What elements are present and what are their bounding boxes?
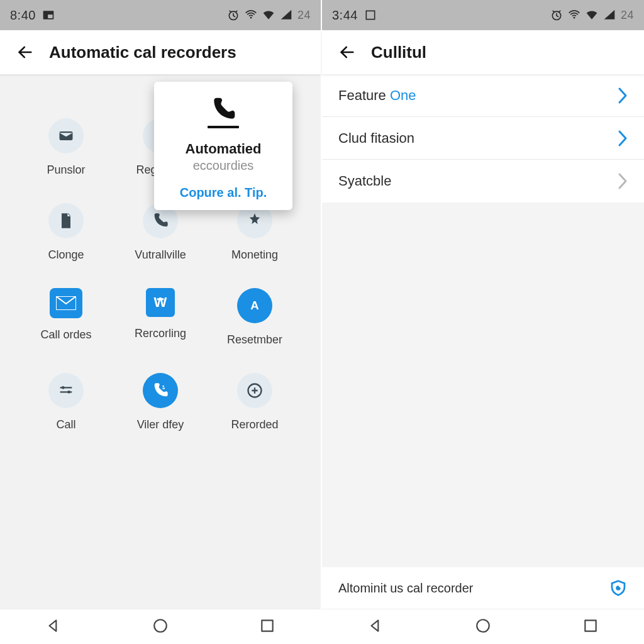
status-time: 8:40 — [10, 8, 36, 23]
svg-point-15 — [477, 619, 489, 632]
chevron-right-icon — [618, 130, 628, 147]
signal-icon — [603, 9, 616, 21]
svg-point-10 — [154, 619, 167, 632]
bottom-label: Altominit us cal recorder — [338, 581, 474, 596]
phone-left: 8:40 24 Automatic cal recorders Punslor — [0, 0, 322, 644]
tile-label: Punslor — [47, 164, 85, 177]
tile-label: Clonge — [48, 248, 84, 262]
tile-label: Rerorded — [231, 418, 278, 431]
add-clock-icon — [246, 382, 264, 399]
nav-recent[interactable] — [582, 618, 599, 636]
phone-record-icon — [152, 382, 169, 399]
row-label-accent: One — [390, 87, 416, 103]
tile-label: Viler dfey — [137, 418, 184, 431]
wifi-solid-icon — [586, 9, 598, 21]
svg-point-14 — [574, 17, 575, 19]
letter-a-icon: A — [246, 297, 264, 314]
nav-back[interactable] — [45, 618, 62, 636]
nav-recent[interactable] — [259, 618, 275, 636]
tile-label: Vutrallville — [135, 248, 186, 262]
mail-icon — [57, 127, 75, 145]
android-navbar — [322, 609, 644, 644]
phone-right: 3:44 24 Cullitul Feature One — [322, 0, 644, 644]
wifi-solid-icon — [262, 9, 275, 21]
tile-label: Moneting — [231, 248, 278, 262]
star-icon — [246, 212, 264, 230]
chevron-right-icon — [618, 172, 628, 190]
row-feature-one[interactable]: Feature One — [322, 74, 644, 117]
tile-vutrallville[interactable]: Vutrallville — [113, 203, 208, 262]
svg-rect-1 — [48, 14, 53, 18]
bottom-strip[interactable]: Altominit us cal recorder — [322, 567, 644, 609]
tile-resetmber[interactable]: A Resetmber — [208, 288, 302, 347]
page-title: Cullitul — [371, 43, 426, 62]
battery-percent: 24 — [621, 9, 634, 22]
tile-punslor[interactable]: Punslor — [19, 118, 113, 177]
alarm-icon — [550, 9, 563, 21]
tile-moneting[interactable]: Moneting — [208, 203, 302, 262]
content-area: Feature One Clud fitasion Syatcble Altom… — [322, 74, 644, 609]
popup-title: Automatied — [186, 141, 262, 157]
svg-point-7 — [62, 386, 65, 389]
svg-rect-16 — [585, 620, 596, 631]
app-bar: Cullitul — [322, 30, 644, 74]
back-button[interactable] — [13, 40, 38, 65]
tile-label: Rercorling — [135, 327, 186, 340]
document-icon — [57, 212, 75, 230]
shield-icon — [609, 579, 628, 597]
nav-home[interactable] — [475, 618, 491, 636]
svg-point-3 — [250, 17, 252, 19]
phone-icon — [209, 96, 237, 123]
back-button[interactable] — [335, 40, 360, 65]
svg-rect-11 — [262, 620, 272, 631]
tile-label: Call ordes — [40, 328, 91, 341]
tile-viler-dfey[interactable]: Viler dfey — [113, 373, 208, 431]
settings-list: Feature One Clud fitasion Syatcble — [322, 74, 644, 203]
sliders-icon — [57, 382, 75, 399]
nav-home[interactable] — [152, 618, 169, 636]
app-bar: Automatic cal recorders — [0, 30, 321, 74]
chevron-right-icon — [618, 87, 628, 104]
tile-rerorded[interactable]: Rerorded — [208, 373, 302, 431]
popup-subtitle: eccourdies — [193, 158, 254, 173]
underline — [208, 126, 239, 128]
svg-text:A: A — [250, 299, 258, 312]
row-label: Syatcble — [338, 173, 391, 189]
square-outline-icon — [364, 9, 377, 21]
alarm-icon — [227, 9, 240, 21]
row-syatcble[interactable]: Syatcble — [322, 160, 644, 203]
signal-icon — [280, 9, 292, 21]
tile-clonge[interactable]: Clonge — [19, 203, 113, 262]
popup-link[interactable]: Copure al. Tip. — [180, 186, 267, 200]
tile-rercorling[interactable]: W Rercorling — [113, 288, 208, 347]
status-bar: 8:40 24 — [0, 0, 321, 30]
row-label: Clud fitasion — [338, 130, 414, 146]
row-label: Feature — [338, 87, 390, 103]
svg-rect-12 — [366, 11, 374, 19]
envelope-icon — [56, 296, 76, 310]
page-title: Automatic cal recorders — [49, 43, 236, 62]
tile-call[interactable]: Call — [19, 373, 113, 431]
row-clud-fitasion[interactable]: Clud fitasion — [322, 117, 644, 160]
content-area: Punslor Regraties Clonge Vutrallville — [0, 74, 321, 609]
status-bar: 3:44 24 — [322, 0, 644, 30]
phone-icon — [152, 212, 169, 230]
tile-label: Resetmber — [227, 333, 282, 347]
picture-in-picture-icon — [42, 9, 55, 21]
wifi-icon — [245, 9, 257, 21]
svg-point-8 — [67, 391, 70, 394]
nav-back[interactable] — [367, 618, 384, 636]
status-time: 3:44 — [332, 8, 358, 23]
popup-card[interactable]: Automatied eccourdies Copure al. Tip. — [154, 82, 292, 210]
w-icon: W — [146, 288, 175, 317]
battery-percent: 24 — [297, 9, 311, 22]
tile-label: Call — [56, 418, 75, 431]
tile-call-ordes[interactable]: Call ordes — [19, 288, 113, 347]
android-navbar — [0, 609, 321, 644]
wifi-icon — [568, 9, 580, 21]
